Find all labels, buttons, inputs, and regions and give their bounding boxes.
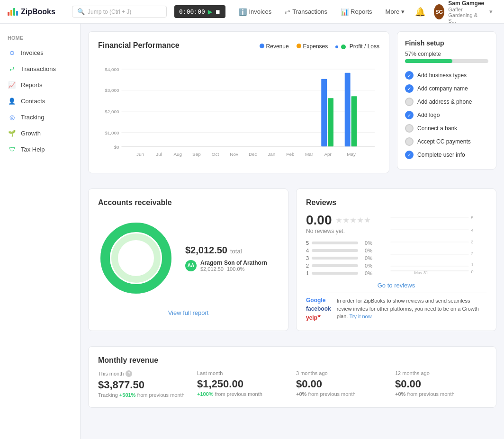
- timer-stop-icon[interactable]: ⏹: [215, 9, 221, 15]
- transactions-icon: ⇄: [8, 64, 16, 73]
- setup-item-user-info[interactable]: ✓ Complete user info: [405, 148, 488, 161]
- review-platforms: Google facebook yelp★ In order for ZipBo…: [306, 293, 486, 321]
- nav-invoices[interactable]: ℹ️ Invoices: [233, 5, 277, 18]
- sidebar-growth-label: Growth: [21, 130, 41, 137]
- setup-item-logo[interactable]: ✓ Add logo: [405, 108, 488, 122]
- google-logo: Google: [306, 297, 331, 304]
- revenue-legend: Revenue: [260, 43, 289, 50]
- user-name: Sam Gamgee: [448, 0, 486, 7]
- go-to-reviews-link[interactable]: Go to reviews: [306, 282, 486, 289]
- check-empty-icon: [405, 137, 414, 146]
- svg-rect-25: [351, 96, 357, 146]
- svg-rect-23: [328, 98, 333, 146]
- donut-total-label: total: [230, 248, 242, 255]
- check-done-icon: ✓: [405, 151, 414, 159]
- nav-reports[interactable]: 📊 Reports: [335, 5, 378, 18]
- donut-info: $2,012.50 total AA Aragorn Son of Aratho…: [185, 245, 279, 272]
- sidebar-transactions-label: Transactions: [21, 65, 56, 72]
- financial-performance-card: Financial Performance Revenue Expenses P…: [88, 31, 389, 173]
- nav-invoices-label: Invoices: [249, 8, 271, 15]
- progress-bar-fill: [405, 59, 452, 63]
- svg-text:Nov: Nov: [230, 152, 238, 157]
- svg-text:Feb: Feb: [286, 152, 295, 157]
- donut-chart: [98, 220, 174, 296]
- monthly-this-month-label: This month ?: [98, 370, 189, 377]
- sidebar-item-tracking[interactable]: ◎ Tracking: [0, 109, 80, 125]
- timer-widget[interactable]: 0:00:00 ▶ ⏹: [174, 5, 225, 18]
- sidebar-item-growth[interactable]: 🌱 Growth: [0, 125, 80, 141]
- svg-text:$1,000: $1,000: [105, 130, 119, 135]
- timer-play-icon[interactable]: ▶: [208, 7, 213, 16]
- review-bar-1: 1 0%: [306, 270, 372, 276]
- sidebar-item-contacts[interactable]: 👤 Contacts: [0, 93, 80, 109]
- review-bar-2: 2 0%: [306, 263, 372, 269]
- svg-text:1: 1: [471, 262, 473, 267]
- invoices-icon: ⊙: [8, 48, 16, 57]
- setup-item-business-types[interactable]: ✓ Add business types: [405, 69, 488, 82]
- svg-text:Dec: Dec: [249, 152, 257, 157]
- nav-reports-label: Reports: [351, 8, 372, 15]
- expenses-legend: Expenses: [297, 43, 328, 50]
- sidebar-item-reports[interactable]: 📈 Reports: [0, 77, 80, 93]
- review-bar-4: 4 0%: [306, 248, 372, 253]
- svg-text:Oct: Oct: [212, 152, 219, 157]
- review-promo-text: In order for ZipBooks to show reviews an…: [337, 297, 486, 321]
- svg-text:Mar: Mar: [305, 152, 314, 157]
- svg-text:$3,000: $3,000: [105, 88, 119, 93]
- setup-item-cc[interactable]: Accept CC payments: [405, 135, 488, 148]
- invoices-icon: ℹ️: [239, 8, 247, 16]
- nav-transactions-label: Transactions: [292, 8, 327, 15]
- svg-text:0: 0: [471, 269, 473, 274]
- accounts-receivable-card: Accounts receivable: [88, 188, 288, 331]
- setup-title: Finish setup: [405, 39, 488, 47]
- nav-more[interactable]: More ▾: [380, 5, 411, 18]
- monthly-revenue-title: Monthly revenue: [98, 356, 486, 365]
- svg-text:$4,000: $4,000: [105, 67, 119, 72]
- try-it-now-link[interactable]: Try it now: [349, 314, 371, 319]
- monthly-col-last-month: Last month $1,250.00 +100% from previous…: [197, 370, 288, 398]
- sidebar-reports-label: Reports: [21, 81, 43, 89]
- setup-item-bank[interactable]: Connect a bank: [405, 122, 488, 135]
- user-company: Gaffer Gardening & S...: [448, 7, 486, 24]
- monthly-3months-sub: +0% from previous month: [296, 391, 387, 397]
- svg-text:Sep: Sep: [192, 152, 201, 157]
- donut-section: $2,012.50 total AA Aragorn Son of Aratho…: [98, 213, 279, 304]
- nav-more-label: More: [386, 8, 400, 15]
- search-box[interactable]: 🔍 Jump to (Ctrl + J): [72, 6, 167, 18]
- user-menu[interactable]: SG Sam Gamgee Gaffer Gardening & S... ▾: [430, 0, 496, 26]
- progress-label: 57% complete: [405, 51, 488, 57]
- check-empty-icon: [405, 98, 414, 106]
- svg-text:Jul: Jul: [156, 152, 162, 157]
- app-logo[interactable]: ZipBooks: [8, 8, 64, 16]
- setup-item-address[interactable]: Add address & phone: [405, 95, 488, 108]
- facebook-logo: facebook: [306, 305, 331, 312]
- monthly-last-month-sub: +100% from previous month: [197, 391, 288, 397]
- nav-links: ℹ️ Invoices ⇄ Transactions 📊 Reports Mor…: [233, 0, 496, 26]
- setup-item-company-name[interactable]: ✓ Add company name: [405, 82, 488, 95]
- accounts-receivable-title: Accounts receivable: [98, 198, 279, 207]
- reviews-rating: 0.00 ★ ★ ★ ★ ★: [306, 213, 372, 228]
- contacts-icon: 👤: [8, 97, 16, 105]
- user-info: Sam Gamgee Gaffer Gardening & S...: [448, 0, 486, 24]
- monthly-last-month-amount: $1,250.00: [197, 378, 288, 390]
- sidebar-item-taxhelp[interactable]: 🛡 Tax Help: [0, 141, 80, 157]
- svg-point-29: [121, 243, 151, 273]
- app-name: ZipBooks: [21, 8, 55, 16]
- setup-item-label: Connect a bank: [417, 125, 457, 132]
- sidebar-item-invoices[interactable]: ⊙ Invoices: [0, 45, 80, 61]
- view-full-report-link[interactable]: View full report: [98, 309, 279, 316]
- search-icon: 🔍: [77, 8, 85, 15]
- tracking-icon: ◎: [8, 113, 16, 121]
- topnav: ZipBooks 🔍 Jump to (Ctrl + J) 0:00:00 ▶ …: [0, 0, 504, 24]
- platform-logos: Google facebook yelp★: [306, 297, 331, 321]
- sidebar: Home ⊙ Invoices ⇄ Transactions 📈 Reports…: [0, 24, 81, 439]
- main-content: Financial Performance Revenue Expenses P…: [81, 24, 504, 439]
- search-placeholder: Jump to (Ctrl + J): [88, 9, 131, 15]
- sidebar-section-home: Home: [0, 31, 80, 45]
- reviews-title: Reviews: [306, 198, 486, 207]
- sidebar-item-transactions[interactable]: ⇄ Transactions: [0, 61, 80, 77]
- info-icon[interactable]: ?: [126, 370, 132, 377]
- nav-transactions[interactable]: ⇄ Transactions: [279, 5, 333, 18]
- notifications-bell-icon[interactable]: 🔔: [412, 4, 428, 20]
- svg-text:May: May: [347, 152, 356, 157]
